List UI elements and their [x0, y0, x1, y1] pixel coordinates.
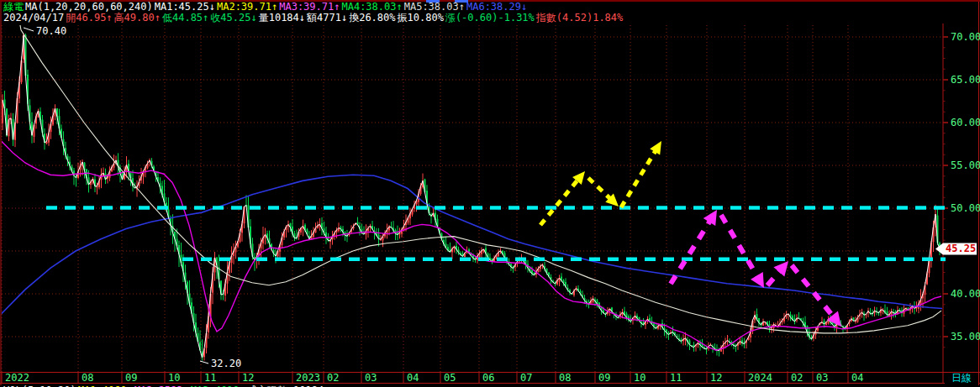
window-top-border [0, 0, 980, 2]
header-segment: 額4771↓ [307, 12, 347, 24]
close-line [3, 35, 940, 358]
extreme-price-label: 70.40 [36, 25, 66, 37]
x-axis-tick: 04 [407, 372, 419, 384]
magenta-zigzag-arrows[interactable] [671, 210, 841, 327]
header-segment: 漲(-0.60)-1.31% [445, 12, 535, 24]
x-axis-tick: 04 [851, 372, 863, 384]
y-axis-label: 40.00 [951, 288, 980, 300]
ma60-line [18, 16, 941, 333]
x-axis-tick: 10 [168, 372, 180, 384]
yellow-zigzag-arrows[interactable] [540, 141, 661, 225]
x-axis-tick: 02 [791, 372, 803, 384]
candle-series [2, 34, 940, 361]
top-edge-marker-icon [426, 0, 440, 3]
x-axis-tick: 07 [520, 372, 532, 384]
x-axis-tick: 08 [82, 372, 93, 384]
period-daily-button[interactable]: 日線 [945, 373, 978, 384]
y-axis-label: 55.00 [951, 160, 980, 171]
volume-header-line: VOL(5,10,20)MA1:4060↑MA2:2593↑MA3:4010↑成… [3, 384, 331, 387]
quote-header-line: 2024/04/17開46.95↑高49.80↑低44.85↑收45.25↓量1… [3, 13, 624, 24]
header-segment: 收45.25↓ [210, 12, 256, 24]
header-segment: 2024/04/17 [3, 12, 64, 24]
x-axis-tick: 2023 [296, 372, 320, 384]
x-axis-tick: 08 [559, 372, 571, 384]
header-segment: 綠電 [3, 1, 24, 13]
header-segment: 高49.80↑ [114, 12, 161, 24]
y-axis-label: 50.00 [951, 202, 980, 214]
x-axis-tick: 09 [598, 372, 610, 384]
ma-lines [0, 16, 942, 358]
x-axis-tick: 2024 [748, 372, 772, 384]
x-axis-tick: 12 [242, 372, 254, 384]
stock-chart-app: 綠電MA(1,20,20,60,60,240)MA1:45.25↓MA2:39.… [0, 0, 980, 387]
x-axis-tick: 02 [327, 372, 339, 384]
header-segment: MA5:38.03↑ [404, 1, 465, 13]
y-axis-label: 60.00 [951, 117, 980, 128]
x-axis-tick: 11 [670, 372, 682, 384]
top-edge-marker-icon [455, 0, 468, 3]
x-axis-tick: 11 [204, 372, 216, 384]
x-axis-tick: 03 [365, 372, 377, 384]
extreme-price-label: 32.20 [211, 358, 241, 369]
header-segment: 振10.80% [398, 12, 444, 24]
header-segment: MA1:45.25↓ [155, 1, 215, 13]
header-segment: 指數(4.52)1.84% [536, 12, 623, 24]
header-segment: MA3:39.71↑ [279, 1, 340, 13]
x-axis-tick: 05 [444, 372, 456, 384]
x-axis-tick: 03 [816, 372, 828, 384]
last-price-marker: 45.25 [935, 243, 977, 254]
header-segment: MA6:38.29↓ [466, 1, 527, 13]
header-segment: 量10184↓ [259, 12, 305, 24]
ma240-line [0, 175, 942, 315]
x-axis-tick: 10 [634, 372, 645, 384]
header-segment: MA4:38.03↑ [341, 1, 402, 13]
header-segment: MA2:39.71↑ [217, 1, 277, 13]
y-axis-label: 65.00 [951, 74, 980, 86]
x-axis-tick: 09 [125, 372, 137, 384]
x-axis-tick: 06 [482, 372, 494, 384]
svg-text:45.25: 45.25 [946, 243, 976, 254]
header-segment: 低44.85↑ [162, 12, 208, 24]
header-segment: MA(1,20,20,60,60,240) [25, 1, 153, 13]
header-segment: 開46.95↑ [66, 12, 112, 24]
header-segment: 換26.80% [349, 12, 395, 24]
y-axis-label: 35.00 [951, 331, 980, 343]
y-axis-label: 70.00 [951, 31, 980, 43]
candlestick-chart-canvas[interactable]: 2022080910111220230203040506070809101112… [0, 0, 980, 387]
x-axis-tick: 12 [710, 372, 722, 384]
x-axis-tick: 2022 [5, 372, 29, 384]
chart-frame: 2022080910111220230203040506070809101112… [0, 2, 980, 385]
